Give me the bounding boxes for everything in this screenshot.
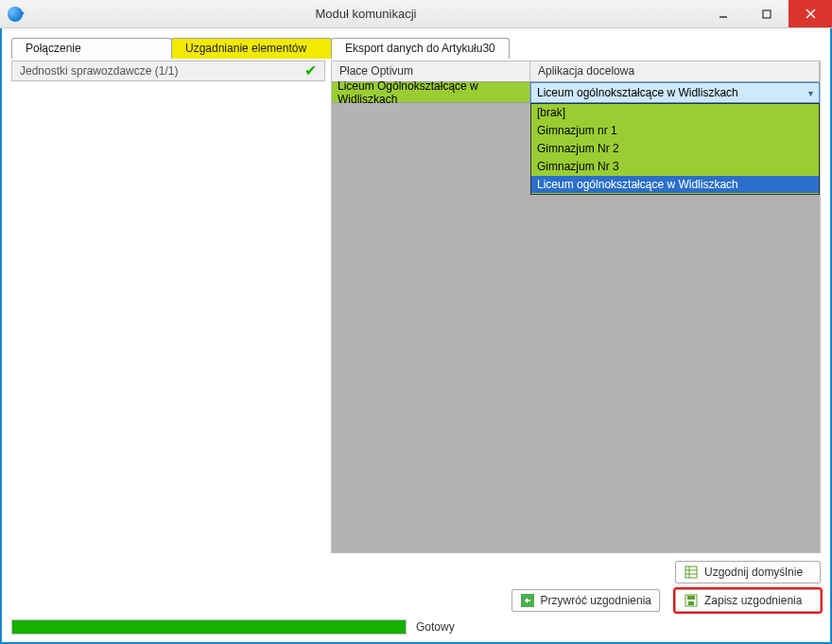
tab-connection[interactable]: Połączenie — [11, 38, 172, 59]
tab-matching[interactable]: Uzgadnianie elementów — [171, 38, 332, 59]
progress-fill — [12, 620, 406, 634]
grid-header-target: Aplikacja docelowa — [530, 61, 820, 81]
window-title: Moduł komunikacji — [30, 7, 702, 21]
restore-button[interactable]: Przywróć uzgodnienia — [511, 589, 660, 612]
minimize-button[interactable] — [702, 0, 745, 27]
app-icon — [8, 7, 23, 22]
svg-rect-10 — [687, 596, 695, 600]
table-row: Liceum Ogólnokształcące w Widliszkach Li… — [332, 82, 820, 103]
tab-strip: Połączenie Uzgadnianie elementów Eksport… — [11, 38, 821, 59]
restore-icon — [520, 593, 535, 608]
svg-rect-4 — [685, 566, 697, 578]
check-icon: ✔ — [304, 63, 317, 78]
button-label: Zapisz uzgodnienia — [704, 594, 802, 607]
dropdown-item[interactable]: [brak] — [531, 104, 819, 122]
maximize-button[interactable] — [745, 0, 789, 27]
grid-cell-target-dropdown[interactable]: Liceum ogólnokształcące w Widliszkach ▾ — [530, 82, 820, 103]
content-area: Jednostki sprawozdawcze (1/1) ✔ Płace Op… — [11, 61, 821, 553]
dropdown-item-selected[interactable]: Liceum ogólnokształcące w Widliszkach — [531, 176, 819, 194]
save-icon — [684, 593, 699, 608]
dropdown-item[interactable]: Gimnazjum nr 1 — [531, 122, 819, 140]
left-panel: Jednostki sprawozdawcze (1/1) ✔ — [11, 61, 325, 553]
svg-rect-11 — [688, 601, 694, 605]
left-panel-header[interactable]: Jednostki sprawozdawcze (1/1) ✔ — [11, 61, 325, 81]
window-controls — [702, 0, 832, 27]
dropdown-item[interactable]: Gimnazjum Nr 2 — [531, 140, 819, 158]
status-bar: Gotowy — [11, 618, 821, 636]
mapping-grid: Płace Optivum Aplikacja docelowa Liceum … — [331, 61, 821, 553]
default-match-button[interactable]: Uzgodnij domyślnie — [675, 561, 821, 583]
svg-rect-1 — [763, 10, 771, 18]
left-panel-header-label: Jednostki sprawozdawcze (1/1) — [20, 64, 178, 78]
status-text: Gotowy — [416, 620, 455, 634]
grid-cell-source: Liceum Ogólnokształcące w Widliszkach — [332, 82, 530, 103]
app-body: Połączenie Uzgadnianie elementów Eksport… — [0, 28, 832, 644]
dropdown-selected-value: Liceum ogólnokształcące w Widliszkach — [537, 86, 738, 99]
button-label: Przywróć uzgodnienia — [541, 594, 651, 607]
grid-icon — [684, 565, 699, 580]
chevron-down-icon: ▾ — [808, 88, 813, 98]
tab-export[interactable]: Eksport danych do Artykułu30 — [331, 38, 510, 59]
title-bar: Moduł komunikacji — [0, 0, 832, 28]
button-label: Uzgodnij domyślnie — [704, 566, 803, 579]
dropdown-list: [brak] Gimnazjum nr 1 Gimnazjum Nr 2 Gim… — [530, 103, 820, 195]
footer-buttons: Uzgodnij domyślnie Przywróć uzgodnienia … — [11, 553, 821, 612]
progress-bar — [11, 619, 407, 635]
dropdown-item[interactable]: Gimnazjum Nr 3 — [531, 158, 819, 176]
save-button[interactable]: Zapisz uzgodnienia — [675, 589, 821, 612]
close-button[interactable] — [789, 0, 832, 27]
